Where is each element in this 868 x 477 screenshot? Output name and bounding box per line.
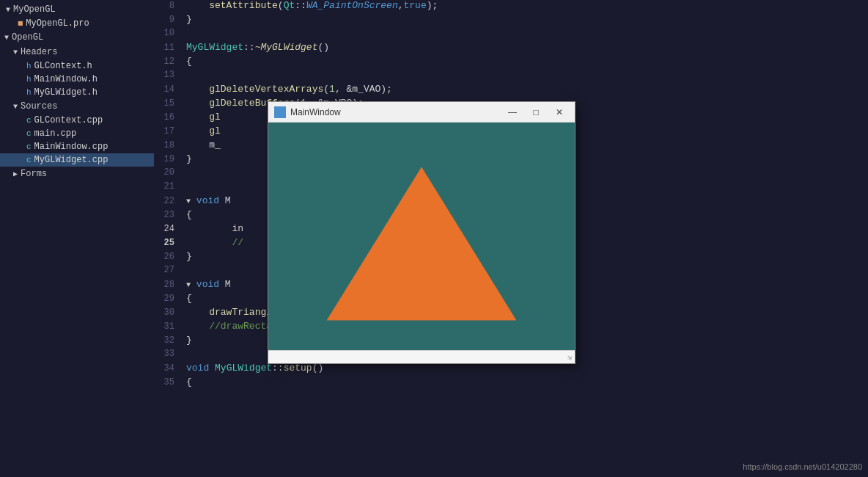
- popup-window-icon: [274, 106, 286, 118]
- line-num-20: 20: [154, 167, 183, 178]
- sidebar-file-mainwindow-cpp[interactable]: c MainWindow.cpp: [0, 140, 154, 153]
- h-file-icon-2: h: [26, 75, 32, 84]
- line-content-35: {: [183, 376, 868, 387]
- watermark-text: https://blog.csdn.net/u014202280: [743, 462, 862, 471]
- sidebar-group-headers[interactable]: ▼ Headers: [0, 45, 154, 59]
- line-num-30: 30: [154, 307, 183, 318]
- line-num-23: 23: [154, 210, 183, 220]
- mainwindow-cpp-label: MainWindow.cpp: [34, 142, 108, 152]
- code-line-35: 35 {: [154, 376, 868, 390]
- project-title: MyOpenGL: [13, 4, 56, 15]
- h-file-icon-3: h: [26, 88, 32, 97]
- popup-title: MainWindow: [290, 107, 499, 117]
- sidebar-group-sources[interactable]: ▼ Sources: [0, 99, 154, 114]
- line-num-34: 34: [154, 363, 183, 374]
- line-num-11: 11: [154, 43, 183, 53]
- code-line-10: 10: [154, 28, 868, 42]
- forms-group-label: Forms: [21, 169, 47, 179]
- sidebar: ▼ MyOpenGL ◼ MyOpenGL.pro ▼ OpenGL ▼ Hea…: [0, 0, 154, 477]
- line-num-15: 15: [154, 98, 183, 109]
- headers-arrow-icon: ▼: [13, 48, 18, 57]
- line-num-27: 27: [154, 265, 183, 275]
- line-num-12: 12: [154, 57, 183, 67]
- sidebar-group-opengl[interactable]: ▼ OpenGL: [0, 30, 154, 45]
- sidebar-project[interactable]: ▼ MyOpenGL: [0, 3, 154, 16]
- myglwidget-cpp-label: MyGLWidget.cpp: [34, 155, 108, 165]
- code-area[interactable]: 8 setAttribute(Qt::WA_PaintOnScreen,true…: [154, 0, 868, 477]
- line-content-34: void MyGLWidget::setup(): [183, 363, 868, 374]
- svg-marker-0: [327, 167, 517, 320]
- popup-titlebar: MainWindow — □ ✕: [268, 102, 575, 123]
- cpp-file-icon-3: c: [26, 142, 32, 151]
- line-num-9: 9: [154, 15, 183, 25]
- line-num-21: 21: [154, 181, 183, 192]
- popup-statusbar: ⇲: [268, 350, 575, 363]
- sidebar-file-mainwindow-h[interactable]: h MainWindow.h: [0, 73, 154, 86]
- line-num-35: 35: [154, 377, 183, 387]
- main-cpp-label: main.cpp: [34, 128, 77, 139]
- watermark: https://blog.csdn.net/u014202280: [743, 462, 862, 471]
- cpp-file-icon-4: c: [26, 156, 32, 164]
- project-icon: ▼: [6, 6, 10, 14]
- sidebar-file-pro[interactable]: ◼ MyOpenGL.pro: [0, 16, 154, 30]
- line-num-22: 22: [154, 196, 183, 206]
- code-line-11: 11 MyGLWidget::~MyGLWidget(): [154, 42, 868, 56]
- line-content-11: MyGLWidget::~MyGLWidget(): [183, 42, 868, 53]
- code-line-12: 12 {: [154, 56, 868, 70]
- mainwindow-h-label: MainWindow.h: [34, 74, 98, 84]
- line-num-13: 13: [154, 70, 183, 80]
- editor: 8 setAttribute(Qt::WA_PaintOnScreen,true…: [154, 0, 868, 477]
- line-content-9: }: [183, 14, 868, 25]
- sidebar-file-glcontext-cpp[interactable]: c GLContext.cpp: [0, 114, 154, 127]
- line-content-8: setAttribute(Qt::WA_PaintOnScreen,true);: [183, 0, 868, 11]
- line-num-8: 8: [154, 1, 183, 11]
- line-num-32: 32: [154, 335, 183, 346]
- close-button[interactable]: ✕: [550, 105, 569, 120]
- line-num-17: 17: [154, 126, 183, 136]
- sidebar-file-myglwidget-h[interactable]: h MyGLWidget.h: [0, 86, 154, 99]
- cpp-file-icon-1: c: [26, 116, 32, 125]
- cpp-file-icon-2: c: [26, 129, 32, 138]
- line-num-29: 29: [154, 294, 183, 304]
- sources-arrow-icon: ▼: [13, 103, 18, 111]
- line-num-25: 25: [154, 238, 183, 248]
- h-file-icon-1: h: [26, 62, 32, 70]
- sidebar-file-glcontext-h[interactable]: h GLContext.h: [0, 59, 154, 73]
- maximize-button[interactable]: □: [526, 105, 545, 120]
- line-num-26: 26: [154, 252, 183, 262]
- line-content-12: {: [183, 56, 868, 67]
- line-num-33: 33: [154, 349, 183, 359]
- opengl-arrow-icon: ▼: [4, 34, 9, 42]
- line-num-18: 18: [154, 140, 183, 150]
- triangle-svg: [268, 123, 575, 350]
- glcontext-cpp-label: GLContext.cpp: [34, 115, 103, 125]
- line-num-24: 24: [154, 224, 183, 234]
- line-num-31: 31: [154, 321, 183, 332]
- line-num-14: 14: [154, 84, 183, 95]
- sidebar-file-main-cpp[interactable]: c main.cpp: [0, 127, 154, 140]
- code-line-13: 13: [154, 70, 868, 84]
- glcontext-h-label: GLContext.h: [34, 61, 92, 71]
- pro-file-icon: ◼: [18, 18, 23, 29]
- popup-content: [268, 123, 575, 350]
- code-line-8: 8 setAttribute(Qt::WA_PaintOnScreen,true…: [154, 0, 868, 14]
- resize-handle-icon[interactable]: ⇲: [567, 353, 572, 362]
- sources-group-label: Sources: [21, 101, 57, 112]
- sidebar-file-myglwidget-cpp[interactable]: c MyGLWidget.cpp: [0, 153, 154, 167]
- minimize-button[interactable]: —: [503, 105, 522, 120]
- pro-file-name: MyOpenGL.pro: [26, 18, 89, 29]
- code-line-34: 34 void MyGLWidget::setup(): [154, 363, 868, 376]
- sidebar-group-forms[interactable]: ▶ Forms: [0, 167, 154, 181]
- line-num-19: 19: [154, 154, 183, 164]
- line-num-28: 28: [154, 280, 183, 290]
- headers-group-label: Headers: [21, 47, 57, 57]
- line-content-14: glDeleteVertexArrays(1, &m_VAO);: [183, 84, 868, 95]
- opengl-group-label: OpenGL: [12, 32, 43, 43]
- popup-window[interactable]: MainWindow — □ ✕ ⇲: [268, 101, 575, 364]
- line-num-10: 10: [154, 28, 183, 38]
- myglwidget-h-label: MyGLWidget.h: [34, 87, 98, 98]
- code-line-9: 9 }: [154, 14, 868, 28]
- line-num-16: 16: [154, 112, 183, 123]
- code-line-14: 14 glDeleteVertexArrays(1, &m_VAO);: [154, 84, 868, 98]
- forms-arrow-icon: ▶: [13, 170, 18, 178]
